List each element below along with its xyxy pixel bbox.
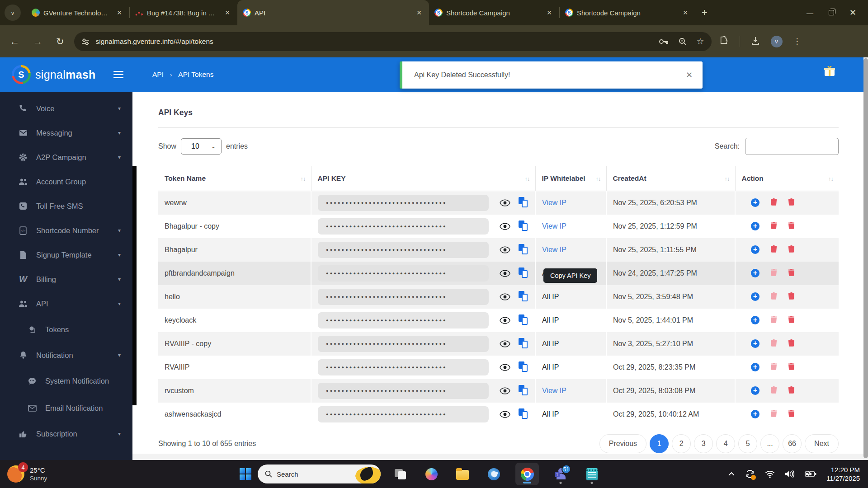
copy-icon[interactable] <box>519 244 529 255</box>
view-ip-link[interactable]: View IP <box>542 246 566 253</box>
sidebar-item-system-notification[interactable]: System Notification <box>0 367 132 394</box>
trash-icon[interactable] <box>770 409 777 419</box>
eye-icon[interactable] <box>500 223 510 230</box>
back-icon[interactable]: ← <box>10 36 19 47</box>
view-ip-link[interactable]: View IP <box>542 222 566 230</box>
trash-icon[interactable] <box>788 268 795 278</box>
breadcrumb-root[interactable]: API <box>152 70 164 79</box>
taskbar-clock[interactable]: 12:20 PM 11/27/2025 <box>826 465 860 483</box>
col-token-name[interactable]: Token Name↑↓ <box>158 166 311 191</box>
copy-icon[interactable] <box>519 314 529 326</box>
sidebar-item-voice[interactable]: Voice ▾ <box>0 96 132 121</box>
forward-icon[interactable]: → <box>33 36 42 47</box>
profile-avatar[interactable]: v <box>771 36 783 47</box>
reload-icon[interactable]: ↻ <box>56 36 64 47</box>
trash-icon[interactable] <box>788 386 795 395</box>
copy-icon[interactable] <box>519 338 529 349</box>
close-tab-icon[interactable]: ✕ <box>114 8 125 17</box>
page-size-select[interactable]: 10 ⌄ <box>181 138 222 155</box>
eye-icon[interactable] <box>500 340 510 347</box>
trash-icon[interactable] <box>788 221 795 231</box>
eye-icon[interactable] <box>500 246 510 253</box>
add-icon[interactable]: + <box>751 198 760 207</box>
sort-icon[interactable]: ↑↓ <box>301 175 306 182</box>
trash-icon[interactable] <box>788 362 795 372</box>
trash-icon[interactable] <box>770 198 777 207</box>
search-input[interactable] <box>745 138 839 155</box>
add-icon[interactable]: + <box>751 292 760 301</box>
chrome-icon[interactable] <box>515 464 539 484</box>
scrollbar-thumb[interactable] <box>863 58 868 458</box>
copy-icon[interactable] <box>519 408 529 420</box>
sync-icon[interactable] <box>745 469 755 479</box>
page-button-4[interactable]: 4 <box>716 434 735 453</box>
wifi-icon[interactable] <box>765 470 775 478</box>
copilot-icon[interactable] <box>422 464 441 484</box>
trash-icon[interactable] <box>788 198 795 207</box>
eye-icon[interactable] <box>500 199 510 206</box>
battery-icon[interactable] <box>805 471 816 477</box>
eye-icon[interactable] <box>500 317 510 324</box>
downloads-icon[interactable] <box>751 36 760 47</box>
sidebar-item-account-group[interactable]: Account Group <box>0 169 132 194</box>
col-action[interactable]: Action↑↓ <box>735 166 839 191</box>
url-bar[interactable]: signalmash.gventure.info/#/api/tokens ☆ <box>74 32 712 51</box>
sidebar-item-signup-template[interactable]: Signup Template ▾ <box>0 243 132 267</box>
add-icon[interactable]: + <box>751 269 760 277</box>
page-button-5[interactable]: 5 <box>738 434 757 453</box>
col-ip-whitelabel[interactable]: IP Whitelabel↑↓ <box>535 166 606 191</box>
copy-icon[interactable] <box>519 291 529 302</box>
add-icon[interactable]: + <box>751 245 760 254</box>
file-explorer-icon[interactable] <box>453 464 472 484</box>
tab-bug[interactable]: Bug #14738: Bug in Acco ✕ <box>130 4 237 22</box>
close-tab-icon[interactable]: ✕ <box>544 8 555 17</box>
sidebar-item-a2p-campaign[interactable]: A2P Campaign ▾ <box>0 145 132 169</box>
page-ellipsis[interactable]: ... <box>760 434 779 453</box>
password-key-icon[interactable] <box>659 38 669 45</box>
next-page-button[interactable]: Next <box>805 434 839 453</box>
sidebar-item-shortcode-number[interactable]: </> Shortcode Number ▾ <box>0 218 132 243</box>
sort-icon[interactable]: ↑↓ <box>525 175 530 182</box>
notepad-icon[interactable] <box>582 464 601 484</box>
close-tab-icon[interactable]: ✕ <box>414 8 425 17</box>
sidebar-item-email-notification[interactable]: Email Notification <box>0 394 132 422</box>
teams-icon[interactable]: T51 <box>551 464 570 484</box>
toast-close-icon[interactable]: ✕ <box>686 70 693 80</box>
col-api-key[interactable]: API KEY↑↓ <box>311 166 535 191</box>
sidebar-item-tokens[interactable]: Tokens <box>0 316 132 343</box>
zoom-out-icon[interactable] <box>679 38 687 46</box>
page-scrollbar[interactable] <box>863 57 868 460</box>
sidebar-item-toll-free-sms[interactable]: Toll Free SMS <box>0 194 132 218</box>
eye-icon[interactable] <box>500 387 510 394</box>
tab-list-chevron-icon[interactable]: v <box>5 5 21 21</box>
sort-icon[interactable]: ↑↓ <box>828 175 833 182</box>
view-ip-link[interactable]: View IP <box>542 199 566 206</box>
volume-icon[interactable] <box>785 470 795 478</box>
copy-icon[interactable] <box>519 385 529 396</box>
extensions-icon[interactable] <box>720 36 729 47</box>
page-button-1[interactable]: 1 <box>650 434 669 453</box>
copy-icon[interactable] <box>519 267 529 279</box>
page-button-2[interactable]: 2 <box>672 434 691 453</box>
site-settings-icon[interactable] <box>81 38 90 45</box>
add-icon[interactable]: + <box>751 410 760 418</box>
trash-icon[interactable] <box>770 315 777 325</box>
view-ip-link[interactable]: View IP <box>542 387 566 394</box>
new-tab-button[interactable]: + <box>695 7 714 19</box>
eye-icon[interactable] <box>500 270 510 277</box>
trash-icon[interactable] <box>770 386 777 395</box>
previous-page-button[interactable]: Previous <box>599 434 646 453</box>
sidebar-item-billing[interactable]: W Billing ▾ <box>0 267 132 291</box>
close-tab-icon[interactable]: ✕ <box>222 8 233 17</box>
trash-icon[interactable] <box>770 221 777 231</box>
trash-icon[interactable] <box>788 409 795 419</box>
trash-icon[interactable] <box>788 339 795 348</box>
tab-shortcode-2[interactable]: Shortcode Campaign ✕ <box>560 4 695 22</box>
window-restore-button[interactable] <box>829 10 834 15</box>
trash-icon[interactable] <box>770 268 777 278</box>
trash-icon[interactable] <box>788 315 795 325</box>
page-button-66[interactable]: 66 <box>783 434 802 453</box>
add-icon[interactable]: + <box>751 316 760 324</box>
start-button[interactable] <box>240 468 251 480</box>
bookmark-star-icon[interactable]: ☆ <box>697 36 704 47</box>
